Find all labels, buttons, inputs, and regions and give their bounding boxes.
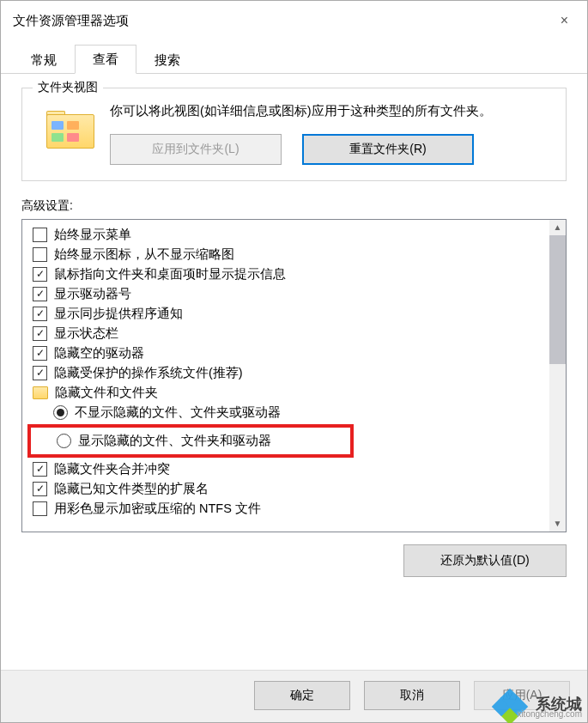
list-item[interactable]: ✓隐藏受保护的操作系统文件(推荐) [33, 363, 549, 383]
list-item[interactable]: ✓隐藏文件夹合并冲突 [33, 459, 549, 479]
list-item[interactable]: ✓显示驱动器号 [33, 284, 549, 304]
folder-icon [33, 386, 48, 399]
radio-icon[interactable] [57, 434, 71, 448]
scroll-down-icon[interactable]: ▼ [549, 516, 566, 532]
checkbox-icon[interactable] [33, 247, 47, 262]
list-item-label: 隐藏已知文件类型的扩展名 [54, 481, 209, 497]
scrollbar-thumb[interactable] [549, 235, 566, 364]
list-item[interactable]: 显示隐藏的文件、文件夹和驱动器 [57, 431, 345, 451]
tab-general[interactable]: 常规 [13, 46, 75, 74]
list-item[interactable]: 始终显示菜单 [33, 225, 549, 245]
checkbox-icon[interactable] [33, 228, 47, 242]
list-item-label: 隐藏文件夹合并冲突 [54, 461, 170, 477]
list-item-label: 显示状态栏 [54, 325, 118, 342]
list-item-label: 用彩色显示加密或压缩的 NTFS 文件 [54, 501, 261, 517]
watermark-url: xitongcheng.com [517, 709, 582, 719]
titlebar: 文件资源管理器选项 × [1, 1, 587, 39]
advanced-settings-list[interactable]: 始终显示菜单始终显示图标，从不显示缩略图✓鼠标指向文件夹和桌面项时显示提示信息✓… [22, 220, 549, 532]
list-item-label: 显示隐藏的文件、文件夹和驱动器 [78, 433, 271, 449]
list-item-label: 始终显示图标，从不显示缩略图 [54, 246, 234, 263]
checkbox-icon[interactable]: ✓ [33, 326, 47, 341]
list-item-label: 隐藏空的驱动器 [54, 345, 144, 362]
apply-to-folders-button: 应用到文件夹(L) [110, 134, 282, 165]
ok-button[interactable]: 确定 [254, 681, 350, 710]
list-item-label: 显示同步提供程序通知 [54, 306, 183, 322]
list-item-label: 显示驱动器号 [54, 286, 131, 302]
list-item-label: 隐藏文件和文件夹 [55, 385, 158, 401]
highlighted-option: 显示隐藏的文件、文件夹和驱动器 [27, 424, 354, 458]
checkbox-icon[interactable]: ✓ [33, 346, 47, 361]
scrollbar-track[interactable] [549, 364, 566, 516]
list-item[interactable]: ✓鼠标指向文件夹和桌面项时显示提示信息 [33, 264, 549, 284]
radio-icon[interactable] [53, 405, 68, 420]
checkbox-icon[interactable]: ✓ [33, 307, 47, 321]
window-title: 文件资源管理器选项 [13, 13, 554, 29]
list-item[interactable]: 不显示隐藏的文件、文件夹或驱动器 [33, 403, 549, 422]
list-item[interactable]: ✓隐藏空的驱动器 [33, 343, 549, 363]
tab-search[interactable]: 搜索 [136, 46, 198, 74]
list-item[interactable]: 始终显示图标，从不显示缩略图 [33, 245, 549, 264]
list-item[interactable]: ✓隐藏已知文件类型的扩展名 [33, 479, 549, 499]
folder-view-desc: 你可以将此视图(如详细信息或图标)应用于这种类型的所有文件夹。 [110, 100, 550, 122]
watermark: 系统城 xitongcheng.com [503, 691, 582, 717]
reset-folders-button[interactable]: 重置文件夹(R) [302, 134, 474, 165]
restore-defaults-button[interactable]: 还原为默认值(D) [403, 544, 567, 577]
cancel-button[interactable]: 取消 [364, 681, 460, 710]
scrollbar[interactable]: ▲ ▼ [549, 220, 566, 532]
checkbox-icon[interactable]: ✓ [33, 462, 47, 477]
folder-view-group: 文件夹视图 你可以将此视图(如详细信息或图标)应用于这种类型的所有文件夹。 应用… [21, 88, 567, 181]
list-item[interactable]: ✓显示同步提供程序通知 [33, 304, 549, 324]
bottom-button-bar: 确定 取消 应用(A) 系统城 xitongcheng.com [1, 670, 587, 722]
tab-view[interactable]: 查看 [75, 45, 136, 74]
checkbox-icon[interactable]: ✓ [33, 287, 47, 301]
scroll-up-icon[interactable]: ▲ [549, 220, 566, 235]
list-item-label: 不显示隐藏的文件、文件夹或驱动器 [75, 404, 281, 421]
checkbox-icon[interactable] [33, 501, 47, 516]
advanced-settings-box: 始终显示菜单始终显示图标，从不显示缩略图✓鼠标指向文件夹和桌面项时显示提示信息✓… [21, 219, 567, 532]
tab-content: 文件夹视图 你可以将此视图(如详细信息或图标)应用于这种类型的所有文件夹。 应用… [1, 74, 587, 670]
list-item[interactable]: 用彩色显示加密或压缩的 NTFS 文件 [33, 499, 549, 519]
close-icon[interactable]: × [554, 11, 575, 30]
checkbox-icon[interactable]: ✓ [33, 482, 47, 496]
list-item[interactable]: 隐藏文件和文件夹 [33, 383, 549, 403]
checkbox-icon[interactable]: ✓ [33, 267, 47, 282]
advanced-settings-label: 高级设置: [21, 198, 567, 214]
checkbox-icon[interactable]: ✓ [33, 366, 47, 380]
folder-icon [46, 107, 94, 149]
folder-view-legend: 文件夹视图 [33, 80, 103, 95]
dialog-window: 文件资源管理器选项 × 常规 查看 搜索 文件夹视图 你可以将此视图(如详细信息… [0, 0, 588, 723]
list-item-label: 始终显示菜单 [54, 227, 131, 243]
list-item-label: 鼠标指向文件夹和桌面项时显示提示信息 [54, 266, 286, 283]
list-item[interactable]: ✓显示状态栏 [33, 324, 549, 343]
tab-strip: 常规 查看 搜索 [1, 44, 587, 74]
list-item-label: 隐藏受保护的操作系统文件(推荐) [54, 365, 243, 381]
